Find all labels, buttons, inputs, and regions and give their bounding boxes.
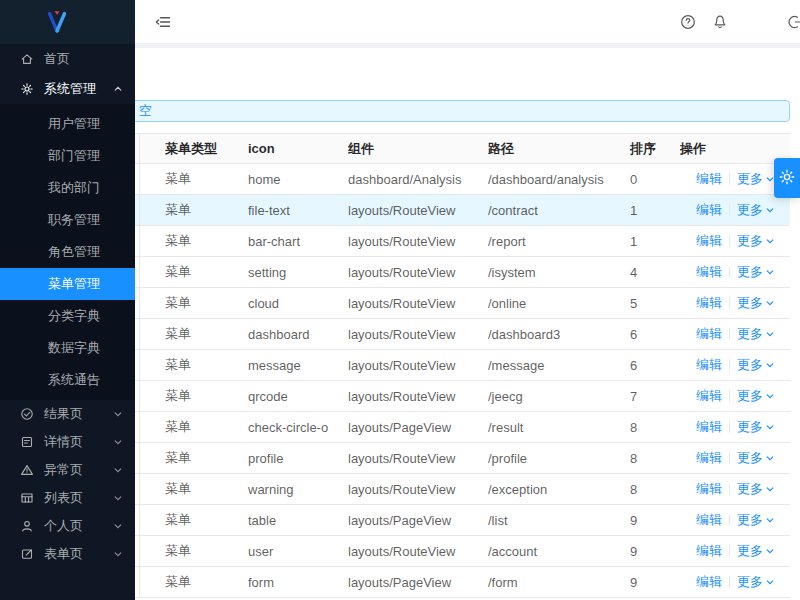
logo[interactable] [0, 0, 135, 44]
cell-path: /result [488, 420, 630, 435]
cell-menu-type: 菜单 [165, 232, 248, 250]
more-link[interactable]: 更多 [737, 356, 774, 374]
sidebar-item-role-management[interactable]: 角色管理 [0, 236, 135, 268]
edit-link[interactable]: 编辑 [696, 480, 722, 498]
chevron-down-icon [766, 578, 774, 586]
sidebar-item-personal-page[interactable]: 个人页 [0, 512, 135, 540]
action-divider [729, 204, 730, 216]
settings-drawer-button[interactable] [774, 158, 800, 198]
chevron-down-icon [766, 454, 774, 462]
cell-operations: 编辑更多 [680, 263, 790, 281]
table-row[interactable]: 菜单profilelayouts/RouteView/profile8编辑更多 [135, 443, 790, 474]
edit-link[interactable]: 编辑 [696, 201, 722, 219]
more-link[interactable]: 更多 [737, 170, 774, 188]
sidebar-item-department-management[interactable]: 部门管理 [0, 140, 135, 172]
edit-link[interactable]: 编辑 [696, 573, 722, 591]
sidebar-item-position-management[interactable]: 职务管理 [0, 204, 135, 236]
cell-menu-type: 菜单 [165, 480, 248, 498]
cell-path: /dashboard3 [488, 327, 630, 342]
cell-operations: 编辑更多 [680, 480, 790, 498]
sidebar-item-home[interactable]: 首页 [0, 44, 135, 74]
action-divider [729, 452, 730, 464]
table-row[interactable]: 菜单homedashboard/Analysis/dashboard/analy… [135, 164, 790, 195]
cell-operations: 编辑更多 [680, 232, 790, 250]
column-header-1: icon [248, 141, 348, 156]
sidebar-item-category-dictionary[interactable]: 分类字典 [0, 300, 135, 332]
table-row[interactable]: 菜单warninglayouts/RouteView/exception8编辑更… [135, 474, 790, 505]
chevron-down-icon [766, 175, 774, 183]
more-link[interactable]: 更多 [737, 542, 774, 560]
selection-alert: 空 [135, 100, 790, 122]
edit-link[interactable]: 编辑 [696, 418, 722, 436]
table-row[interactable]: 菜单messagelayouts/RouteView/message6编辑更多 [135, 350, 790, 381]
sidebar-item-data-dictionary[interactable]: 数据字典 [0, 332, 135, 364]
cell-component: layouts/PageView [348, 513, 488, 528]
chevron-down-icon [114, 550, 122, 558]
cell-sort: 4 [630, 265, 680, 280]
sidebar-item-my-department[interactable]: 我的部门 [0, 172, 135, 204]
more-link[interactable]: 更多 [737, 573, 774, 591]
sidebar-item-form-page[interactable]: 表单页 [0, 540, 135, 568]
edit-link[interactable]: 编辑 [696, 325, 722, 343]
cell-operations: 编辑更多 [680, 387, 790, 405]
sidebar-item-user-management[interactable]: 用户管理 [0, 108, 135, 140]
table-row[interactable]: 菜单tablelayouts/PageView/list9编辑更多 [135, 505, 790, 536]
cell-component: layouts/PageView [348, 575, 488, 590]
table-row[interactable]: 菜单file-textlayouts/RouteView/contract1编辑… [135, 195, 790, 226]
edit-link[interactable]: 编辑 [696, 263, 722, 281]
sidebar-item-label: 系统管理 [44, 80, 96, 98]
edit-link[interactable]: 编辑 [696, 449, 722, 467]
chevron-down-icon [114, 494, 122, 502]
edit-link[interactable]: 编辑 [696, 232, 722, 250]
sidebar-item-result-page[interactable]: 结果页 [0, 400, 135, 428]
more-link[interactable]: 更多 [737, 449, 774, 467]
edit-link[interactable]: 编辑 [696, 542, 722, 560]
cell-menu-type: 菜单 [165, 542, 248, 560]
sidebar-item-system-management[interactable]: 系统管理 [0, 74, 135, 104]
more-link[interactable]: 更多 [737, 480, 774, 498]
table-row[interactable]: 菜单formlayouts/PageView/form9编辑更多 [135, 567, 790, 598]
sidebar-item-label: 异常页 [44, 461, 83, 479]
more-link[interactable]: 更多 [737, 418, 774, 436]
sidebar-item-label: 分类字典 [48, 307, 100, 325]
edit-link[interactable]: 编辑 [696, 511, 722, 529]
cell-icon-name: form [248, 575, 348, 590]
cell-component: layouts/PageView [348, 420, 488, 435]
chevron-down-icon [766, 547, 774, 555]
more-link[interactable]: 更多 [737, 263, 774, 281]
more-link[interactable]: 更多 [737, 325, 774, 343]
edit-link[interactable]: 编辑 [696, 356, 722, 374]
cell-sort: 9 [630, 544, 680, 559]
more-link[interactable]: 更多 [737, 511, 774, 529]
cell-sort: 8 [630, 451, 680, 466]
more-link[interactable]: 更多 [737, 232, 774, 250]
cell-icon-name: home [248, 172, 348, 187]
cell-menu-type: 菜单 [165, 263, 248, 281]
table-row[interactable]: 菜单settinglayouts/RouteView/isystem4编辑更多 [135, 257, 790, 288]
sidebar-item-detail-page[interactable]: 详情页 [0, 428, 135, 456]
more-link[interactable]: 更多 [737, 294, 774, 312]
table-row[interactable]: 菜单userlayouts/RouteView/account9编辑更多 [135, 536, 790, 567]
sidebar-item-menu-management[interactable]: 菜单管理 [0, 268, 135, 300]
bell-icon[interactable] [712, 14, 728, 33]
logout-icon[interactable] [787, 14, 800, 33]
clear-selection-link[interactable]: 空 [139, 102, 152, 120]
sidebar-item-exception-page[interactable]: 异常页 [0, 456, 135, 484]
sidebar-item-label: 系统通告 [48, 371, 100, 389]
sidebar-item-system-notice[interactable]: 系统通告 [0, 364, 135, 396]
menu-fold-icon[interactable] [155, 14, 171, 33]
cell-component: layouts/RouteView [348, 234, 488, 249]
sidebar-item-list-page[interactable]: 列表页 [0, 484, 135, 512]
table-row[interactable]: 菜单qrcodelayouts/RouteView/jeecg7编辑更多 [135, 381, 790, 412]
table-row[interactable]: 菜单check-circle-olayouts/PageView/result8… [135, 412, 790, 443]
more-link[interactable]: 更多 [737, 201, 774, 219]
table-row[interactable]: 菜单dashboardlayouts/RouteView/dashboard36… [135, 319, 790, 350]
cell-component: layouts/RouteView [348, 358, 488, 373]
more-link[interactable]: 更多 [737, 387, 774, 405]
help-icon[interactable] [680, 14, 696, 33]
table-row[interactable]: 菜单bar-chartlayouts/RouteView/report1编辑更多 [135, 226, 790, 257]
table-row[interactable]: 菜单cloudlayouts/RouteView/online5编辑更多 [135, 288, 790, 319]
edit-link[interactable]: 编辑 [696, 294, 722, 312]
edit-link[interactable]: 编辑 [696, 387, 722, 405]
edit-link[interactable]: 编辑 [696, 170, 722, 188]
